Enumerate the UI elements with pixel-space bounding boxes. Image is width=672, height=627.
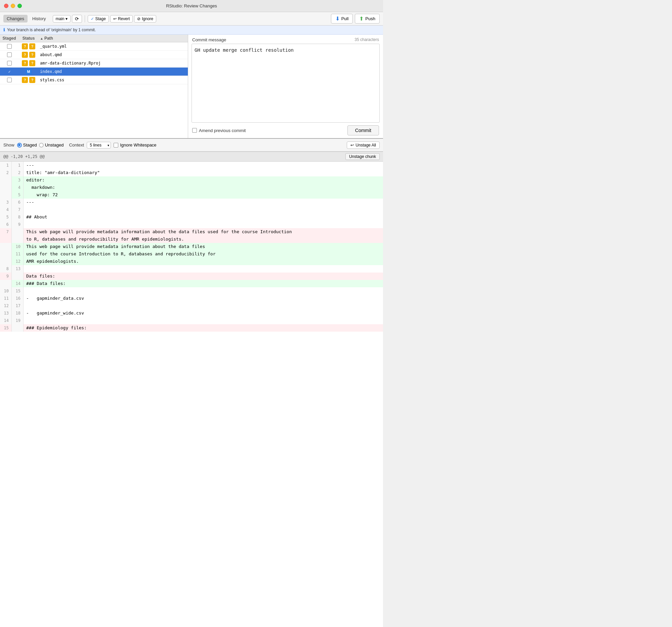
staged-cell — [0, 69, 19, 74]
table-row[interactable]: ??amr-data-dictionary.Rproj — [0, 59, 188, 68]
new-line-num: 13 — [12, 265, 24, 272]
new-line-num: 6 — [12, 199, 24, 206]
amend-checkbox[interactable] — [192, 128, 197, 133]
table-row[interactable]: ??_quarto.yml — [0, 42, 188, 51]
history-tab[interactable]: History — [29, 15, 49, 23]
old-line-num: 15 — [0, 324, 12, 332]
diff-line: 22title: "amr-data-dictionary" — [0, 169, 383, 176]
diff-line-content: markdown: — [24, 184, 383, 191]
old-line-num — [0, 176, 12, 184]
diff-line-content — [24, 221, 383, 228]
stage-label: Stage — [95, 17, 106, 21]
main-toolbar: Changes History main ▾ ⟳ ✓ Stage ↩ Rever… — [0, 12, 383, 26]
diff-line: 15### Epidemiology files: — [0, 324, 383, 332]
info-icon: ℹ — [3, 28, 5, 32]
ignore-ws-checkbox[interactable] — [114, 143, 118, 147]
old-line-num: 8 — [0, 265, 12, 272]
staged-checkbox[interactable] — [7, 78, 12, 82]
staged-radio[interactable]: Staged — [17, 143, 37, 147]
old-line-num: 2 — [0, 169, 12, 176]
diff-line-content — [24, 265, 383, 272]
amend-label[interactable]: Amend previous commit — [192, 128, 246, 133]
new-line-num: 1 — [12, 162, 24, 169]
diff-line: 11--- — [0, 162, 383, 169]
new-line-num: 2 — [12, 169, 24, 176]
changes-tab[interactable]: Changes — [3, 15, 28, 23]
diff-line-content — [24, 317, 383, 324]
file-path: _quarto.yml — [39, 44, 188, 49]
new-line-num: 9 — [12, 221, 24, 228]
staged-checkbox[interactable] — [7, 61, 12, 66]
old-line-num: 7 — [0, 228, 12, 236]
refresh-button[interactable]: ⟳ — [72, 15, 82, 23]
commit-message-input[interactable] — [192, 44, 380, 123]
old-line-num: 1 — [0, 162, 12, 169]
separator-1 — [85, 15, 85, 23]
staged-cell — [0, 44, 19, 49]
char-count: 35 characters — [355, 37, 379, 42]
old-line-num: 6 — [0, 221, 12, 228]
chunk-header: @@ -1,20 +1,25 @@ Unstage chunk — [0, 151, 383, 162]
diff-line: 69 — [0, 221, 383, 228]
old-line-num — [0, 243, 12, 250]
status-cell: ?? — [19, 77, 39, 83]
unstage-all-button[interactable]: ↩ Unstage All — [347, 142, 380, 149]
table-row[interactable]: Mindex.qmd — [0, 68, 188, 76]
diff-line: 47 — [0, 206, 383, 213]
ignore-button[interactable]: ⊘ Ignore — [134, 15, 156, 23]
staged-checkbox[interactable] — [7, 44, 12, 49]
status-badge: ? — [22, 52, 28, 58]
stage-button[interactable]: ✓ Stage — [88, 15, 109, 23]
file-path: index.qmd — [39, 69, 188, 74]
commit-panel: Commit message 35 characters Amend previ… — [188, 34, 383, 138]
show-toolbar: Show Staged Unstaged Context 3 lines5 li… — [0, 139, 383, 151]
table-row[interactable]: ??about.qmd — [0, 51, 188, 59]
diff-line-content: AMR epidemiologists. — [24, 258, 383, 265]
new-line-num: 19 — [12, 317, 24, 324]
pull-button[interactable]: ⬇ Pull — [331, 14, 353, 24]
staged-checkbox[interactable] — [7, 52, 12, 57]
diff-line-content: - gapminder_wide.csv — [24, 310, 383, 317]
diff-line: 5 wrap: 72 — [0, 191, 383, 199]
push-label: Push — [365, 16, 375, 21]
new-line-num: 18 — [12, 310, 24, 317]
commit-button[interactable]: Commit — [347, 125, 379, 136]
staged-radio-label: Staged — [23, 143, 37, 147]
diff-line-content: --- — [24, 199, 383, 206]
commit-footer: Amend previous commit Commit — [188, 123, 383, 138]
old-line-num — [0, 250, 12, 258]
diff-line-content: ### Data files: — [24, 280, 383, 287]
staged-checkbox[interactable] — [7, 69, 12, 74]
push-button[interactable]: ⬆ Push — [355, 14, 380, 24]
file-list-header: Staged Status ▲ Path — [0, 34, 188, 42]
status-cell: ?? — [19, 60, 39, 66]
revert-button[interactable]: ↩ Revert — [110, 15, 133, 23]
top-section: Staged Status ▲ Path ??_quarto.yml??abou… — [0, 34, 383, 139]
status-badge-2: ? — [29, 60, 35, 66]
amend-text: Amend previous commit — [199, 128, 246, 133]
diff-line-content — [24, 206, 383, 213]
new-line-num — [12, 236, 24, 243]
unstaged-radio[interactable]: Unstaged — [39, 143, 64, 147]
old-line-num: 12 — [0, 302, 12, 310]
close-button[interactable] — [4, 4, 8, 8]
diff-line: 1116- gapminder_data.csv — [0, 295, 383, 302]
diff-line: 4 markdown: — [0, 184, 383, 191]
unstaged-radio-button[interactable] — [39, 143, 44, 147]
commit-header: Commit message 35 characters — [188, 34, 383, 44]
maximize-button[interactable] — [18, 4, 22, 8]
old-line-num — [0, 184, 12, 191]
old-line-num: 10 — [0, 287, 12, 295]
diff-line-content: This web page will provide metadata info… — [24, 228, 383, 236]
diff-line-content: ## About — [24, 213, 383, 221]
file-list: ??_quarto.yml??about.qmd??amr-data-dicti… — [0, 42, 188, 138]
branch-selector[interactable]: main ▾ — [53, 15, 71, 23]
file-path: amr-data-dictionary.Rproj — [39, 61, 188, 66]
staged-radio-button[interactable] — [17, 143, 22, 147]
traffic-lights — [4, 4, 22, 8]
context-select[interactable]: 3 lines5 lines10 lines20 lines — [87, 142, 111, 148]
table-row[interactable]: ??styles.css — [0, 76, 188, 85]
unstage-chunk-button[interactable]: Unstage chunk — [345, 153, 380, 160]
status-badge-2: ? — [29, 52, 35, 58]
minimize-button[interactable] — [11, 4, 15, 8]
